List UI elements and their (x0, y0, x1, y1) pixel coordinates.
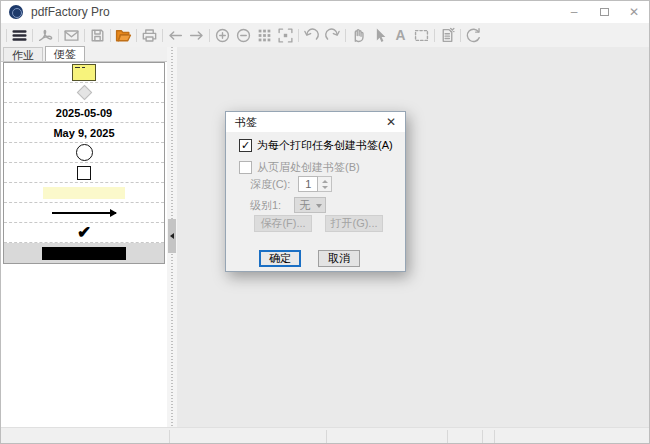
depth-input[interactable]: 1 (298, 176, 318, 192)
status-separator (447, 430, 448, 443)
status-separator (169, 430, 170, 443)
undo-icon[interactable] (301, 25, 322, 45)
bookmark-dialog: 书签 ✕ ✓ 为每个打印任务创建书签(A) 从页眉处创建书签(B) 深度(C):… (225, 111, 406, 272)
note-item-text[interactable]: 2025-05-09 (4, 103, 164, 123)
from-heading-label: 从页眉处创建书签(B) (257, 160, 360, 175)
status-separator (494, 430, 495, 443)
level-dropdown[interactable]: 无 (294, 197, 326, 213)
notes-palette: 2025-05-09May 9, 2025✔ (3, 62, 165, 264)
create-bookmark-label: 为每个打印任务创建书签(A) (257, 138, 393, 153)
print-icon[interactable] (139, 25, 160, 45)
toolbar-separator (84, 29, 85, 42)
highlight-shape (43, 187, 125, 199)
dialog-title: 书签 (235, 115, 257, 130)
marquee-icon[interactable] (411, 25, 432, 45)
zoom-in-icon[interactable] (212, 25, 233, 45)
delete-page-icon[interactable] (437, 25, 458, 45)
tab-notes[interactable]: 便签 (45, 46, 85, 61)
panel-splitter[interactable] (167, 47, 177, 427)
toolbar-separator (32, 29, 33, 42)
toolbar-separator (434, 29, 435, 42)
diamond-shape (76, 85, 92, 101)
checkmark-shape: ✔ (77, 224, 91, 241)
arrow-shape (52, 212, 116, 214)
status-separator (482, 430, 483, 443)
status-separator (326, 430, 327, 443)
toolbar-separator (209, 29, 210, 42)
depth-label: 深度(C): (250, 177, 290, 192)
hand-icon[interactable] (348, 25, 369, 45)
circle-shape (76, 144, 93, 161)
save-button[interactable]: 保存(F)... (254, 215, 312, 232)
from-heading-checkbox[interactable] (239, 161, 252, 174)
splitter-collapse-handle[interactable] (168, 219, 176, 253)
note-item-checkmark[interactable]: ✔ (4, 223, 164, 243)
title-bar: pdfFactory Pro – ✕ (1, 1, 649, 23)
note-text-label: May 9, 2025 (53, 127, 114, 139)
maximize-button[interactable] (589, 1, 619, 23)
depth-spinner[interactable] (318, 176, 332, 192)
svg-text:A: A (396, 27, 406, 43)
app-logo-icon (9, 5, 23, 19)
note-item-circle[interactable] (4, 143, 164, 163)
sidebar-tabstrip: 作业 便签 (1, 47, 167, 62)
level-row: 级别1: 无 (250, 197, 326, 213)
level-label: 级别1: (250, 198, 281, 213)
window-title: pdfFactory Pro (31, 5, 110, 19)
toolbar-separator (136, 29, 137, 42)
note-item-blackout[interactable] (4, 243, 164, 263)
toolbar-separator (345, 29, 346, 42)
level-value: 无 (299, 198, 310, 213)
sticky-note-shape (72, 64, 96, 81)
cancel-button[interactable]: 取消 (318, 250, 360, 267)
toolbar-separator (58, 29, 59, 42)
toolbar-separator (110, 29, 111, 42)
dialog-title-bar[interactable]: 书签 ✕ (226, 112, 405, 132)
depth-row: 深度(C): 1 (250, 176, 332, 192)
toolbar-separator (460, 29, 461, 42)
toolbar-separator (162, 29, 163, 42)
refresh-icon[interactable] (463, 25, 484, 45)
toolbar-separator (6, 29, 7, 42)
status-bar (1, 427, 649, 444)
toolbar: A (1, 23, 649, 47)
arrow-right-icon[interactable] (186, 25, 207, 45)
tab-job[interactable]: 作业 (3, 47, 43, 61)
note-item-sticky-note[interactable] (4, 63, 164, 83)
note-item-square[interactable] (4, 163, 164, 183)
open-button[interactable]: 打开(G)... (325, 215, 383, 232)
note-text-label: 2025-05-09 (56, 107, 112, 119)
note-item-arrow[interactable] (4, 203, 164, 223)
close-button[interactable]: ✕ (619, 1, 649, 23)
cursor-icon[interactable] (369, 25, 390, 45)
square-shape (77, 166, 91, 180)
arrow-left-icon[interactable] (165, 25, 186, 45)
grid-icon[interactable] (254, 25, 275, 45)
note-item-highlight[interactable] (4, 183, 164, 203)
ok-button[interactable]: 确定 (259, 250, 301, 267)
note-item-diamond[interactable] (4, 83, 164, 103)
spinner-down-icon[interactable] (322, 186, 328, 189)
save-icon[interactable] (87, 25, 108, 45)
sidebar: 作业 便签 2025-05-09May 9, 2025✔ (1, 47, 167, 427)
menu-icon[interactable] (9, 25, 30, 45)
spinner-up-icon[interactable] (322, 180, 328, 183)
fit-page-icon[interactable] (275, 25, 296, 45)
acrobat-icon[interactable] (35, 25, 56, 45)
dialog-close-icon[interactable]: ✕ (383, 114, 399, 130)
maximize-icon (600, 8, 609, 16)
create-bookmark-checkbox-row: ✓ 为每个打印任务创建书签(A) (239, 138, 393, 153)
toolbar-separator (298, 29, 299, 42)
create-bookmark-checkbox[interactable]: ✓ (239, 139, 252, 152)
from-heading-checkbox-row: 从页眉处创建书签(B) (239, 160, 360, 175)
redo-icon[interactable] (322, 25, 343, 45)
chevron-down-icon (316, 204, 322, 208)
window-controls: – ✕ (559, 1, 649, 23)
mail-icon[interactable] (61, 25, 82, 45)
text-icon[interactable]: A (390, 25, 411, 45)
minimize-button[interactable]: – (559, 1, 589, 23)
blackout-shape (42, 247, 126, 260)
open-folder-icon[interactable] (113, 25, 134, 45)
zoom-out-icon[interactable] (233, 25, 254, 45)
note-item-text[interactable]: May 9, 2025 (4, 123, 164, 143)
